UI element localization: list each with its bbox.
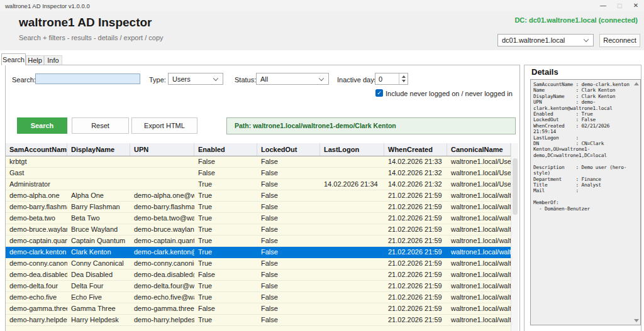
table-cell: demo-bruce.wayland... xyxy=(130,224,194,235)
reconnect-button[interactable]: Reconnect xyxy=(599,34,640,47)
type-select[interactable]: Users xyxy=(168,73,223,85)
table-cell: Administrator xyxy=(6,179,67,190)
table-cell: demo-echo.five@waltr... xyxy=(130,292,194,303)
table-cell: demo-delta.four xyxy=(6,281,67,291)
table-row[interactable]: demo-delta.fourDelta Fourdemo-delta.four… xyxy=(6,281,511,292)
app-header: waltrone1 AD Inspector Search + filters … xyxy=(0,11,644,50)
stepper-arrows[interactable] xyxy=(399,73,408,84)
table-cell: False xyxy=(194,303,257,314)
table-row[interactable]: demo-bruce.waylandBruce Waylanddemo-bruc… xyxy=(6,224,511,236)
inactive-days-stepper[interactable]: 0 xyxy=(375,73,408,85)
table-row[interactable]: krbtgtFalseFalse14.02.2026 21:33waltrone… xyxy=(6,156,511,168)
table-cell: False xyxy=(194,168,257,178)
arrow-down-icon[interactable] xyxy=(402,80,406,82)
table-row[interactable]: GastFalseFalse14.02.2026 21:32waltrone1.… xyxy=(6,168,511,179)
include-never-logged-checkbox[interactable]: ✓ xyxy=(375,89,383,97)
table-row[interactable]: demo-alpha.oneAlpha Onedemo-alpha.one@wa… xyxy=(6,190,511,202)
table-cell: False xyxy=(257,190,320,201)
table-row[interactable]: AdministratorTrueFalse14.02.2026 21:3414… xyxy=(6,179,511,190)
close-icon[interactable]: ✕ xyxy=(628,0,644,11)
maximize-icon[interactable]: ▢ xyxy=(611,0,628,11)
table-cell: Alpha One xyxy=(67,190,130,201)
table-cell: False xyxy=(257,258,320,269)
table-cell: True xyxy=(194,213,257,224)
table-cell: True xyxy=(194,236,257,246)
table-cell: demo-captain.quantum xyxy=(6,236,67,246)
column-header[interactable]: LastLogon xyxy=(320,143,384,156)
table-cell xyxy=(320,303,384,314)
table-cell: Echo Five xyxy=(67,292,130,303)
scroll-down-icon[interactable] xyxy=(634,319,639,322)
tab-help[interactable]: Help xyxy=(26,55,44,65)
chevron-down-icon xyxy=(213,75,218,80)
arrow-up-icon[interactable] xyxy=(402,75,406,78)
table-cell: False xyxy=(257,269,320,280)
column-header[interactable]: LockedOut xyxy=(257,143,320,156)
export-html-button[interactable]: Export HTML xyxy=(131,117,197,134)
scrollbar-thumb[interactable] xyxy=(513,158,518,215)
table-row[interactable]: demo-harry.helpdeskHarry Helpdeskdemo-ha… xyxy=(6,315,511,326)
type-select-value: Users xyxy=(172,75,191,83)
status-select[interactable]: All xyxy=(256,73,329,85)
table-cell xyxy=(320,224,384,235)
table-cell: demo-harry.helpdesk... xyxy=(130,315,194,325)
table-cell xyxy=(320,247,384,258)
page-title: waltrone1 AD Inspector xyxy=(19,16,152,30)
table-cell: Beta Two xyxy=(67,213,130,224)
table-cell xyxy=(320,168,384,178)
table-row[interactable]: demo-captain.quantumCaptain Quantumdemo-… xyxy=(6,236,511,247)
table-cell: waltrone1.local/waltro... xyxy=(447,202,511,212)
table-cell: demo-harry.helpdesk xyxy=(6,315,67,325)
table-row[interactable]: demo-clark.kentonClark Kentondemo-clark.… xyxy=(6,247,511,258)
column-header[interactable]: WhenCreated xyxy=(384,143,447,156)
column-header[interactable]: CanonicalName xyxy=(447,143,511,156)
search-button[interactable]: Search xyxy=(17,117,67,134)
table-cell: Gamma Three xyxy=(67,303,130,314)
column-header[interactable]: SamAccountName xyxy=(6,143,67,156)
table-row[interactable]: demo-echo.fiveEcho Fivedemo-echo.five@wa… xyxy=(6,292,511,303)
details-textbox[interactable]: SamAccountName : demo-clark.kenton Name … xyxy=(530,79,641,325)
table-cell: Delta Four xyxy=(67,281,130,291)
table-cell: waltrone1.local/Users/... xyxy=(447,168,511,178)
table-row[interactable]: demo-gamma.threeGamma Threedemo-gamma.th… xyxy=(6,303,511,315)
table-row[interactable]: demo-barry.flashmanBarry Flashmandemo-ba… xyxy=(6,202,511,213)
table-row[interactable]: demo-beta.twoBeta Twodemo-beta.two@waltr… xyxy=(6,213,511,224)
window-title: waltrone1 AD Inspector v1.0.0.0 xyxy=(5,3,90,9)
table-cell xyxy=(320,292,384,303)
table-cell: demo-bruce.wayland xyxy=(6,224,67,235)
search-input[interactable] xyxy=(35,73,140,84)
selected-path-label: Path: waltrone1.local/waltrone1-demo/Cla… xyxy=(226,117,516,134)
table-cell xyxy=(320,258,384,269)
table-cell: False xyxy=(257,156,320,167)
table-cell: waltrone1.local/Users/... xyxy=(447,156,511,167)
table-vertical-scrollbar[interactable] xyxy=(511,143,518,331)
table-row-partial xyxy=(6,326,511,331)
table-cell: demo-clark.kenton xyxy=(6,247,67,258)
table-row[interactable]: demo-conny.canonicalConny Canonicaldemo-… xyxy=(6,258,511,269)
minimize-icon[interactable]: — xyxy=(595,0,611,11)
table-cell: demo-beta.two@waltr... xyxy=(130,213,194,224)
scroll-up-icon[interactable] xyxy=(634,82,639,85)
status-label: Status: xyxy=(235,76,256,84)
table-cell: 21.02.2026 21:59 xyxy=(384,213,447,224)
table-cell: demo-gamma.three@... xyxy=(130,303,194,314)
table-cell: demo-delta.four@walt... xyxy=(130,281,194,291)
table-cell: 21.02.2026 21:59 xyxy=(384,224,447,235)
reset-button[interactable]: Reset xyxy=(72,117,129,134)
dc-select[interactable]: dc01.waltrone1.local xyxy=(497,34,594,46)
tab-search[interactable]: Search xyxy=(1,53,26,65)
table-cell: demo-echo.five xyxy=(6,292,67,303)
table-cell: True xyxy=(194,281,257,291)
column-header[interactable]: Enabled xyxy=(194,143,257,156)
table-cell: demo-dea.disabled@... xyxy=(130,269,194,280)
table-cell xyxy=(67,156,130,167)
table-cell: 21.02.2026 21:59 xyxy=(384,247,447,258)
inactive-days-label: Inactive days: xyxy=(337,76,379,84)
tab-info[interactable]: Info xyxy=(44,55,62,65)
column-header[interactable]: DisplayName xyxy=(67,143,130,156)
results-table: SamAccountNameDisplayNameUPNEnabledLocke… xyxy=(6,143,511,331)
column-header[interactable]: UPN xyxy=(130,143,194,156)
table-row[interactable]: demo-dea.disabledDea Disableddemo-dea.di… xyxy=(6,269,511,281)
table-cell: waltrone1.local/waltro... xyxy=(447,224,511,235)
search-label: Search: xyxy=(12,76,36,84)
